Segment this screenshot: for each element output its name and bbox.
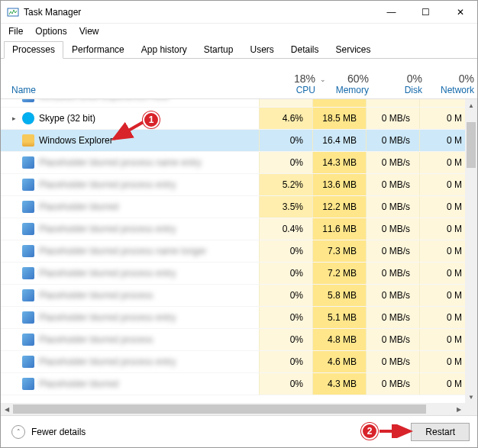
cell-cpu: 0%	[259, 99, 312, 107]
table-row[interactable]: Windows Explorer0%16.4 MB0 MB/s0 M	[1, 130, 465, 152]
fewer-details-toggle-icon[interactable]: ˄	[11, 425, 25, 439]
scroll-thumb-h[interactable]	[13, 404, 426, 414]
process-name-cell[interactable]: Windows Shell Experience Host	[1, 99, 259, 102]
process-name-cell[interactable]: Placeholder blurred	[1, 378, 259, 390]
process-icon	[22, 179, 34, 191]
table-row[interactable]: Placeholder blurred process entry5.2%13.…	[1, 174, 465, 196]
tab-app-history[interactable]: App history	[133, 41, 195, 59]
table-row[interactable]: Windows Shell Experience Host0%29.0 MB0 …	[1, 99, 465, 108]
table-row[interactable]: Placeholder blurred process name longer0…	[1, 240, 465, 263]
column-memory[interactable]: ⌄ 60% Memory	[325, 73, 378, 95]
process-icon	[22, 156, 34, 169]
column-name[interactable]: Name	[1, 85, 271, 95]
table-row[interactable]: Placeholder blurred process entry0%7.2 M…	[1, 263, 465, 285]
column-disk[interactable]: 0% Disk	[378, 73, 431, 95]
process-name-cell[interactable]: Placeholder blurred	[1, 201, 259, 213]
process-list: Windows Shell Experience Host0%29.0 MB0 …	[1, 99, 477, 415]
process-name-cell[interactable]: Placeholder blurred process name entry	[1, 156, 259, 169]
cell-cpu: 0%	[259, 263, 312, 284]
process-icon	[22, 311, 34, 324]
cell-disk: 0 MB/s	[366, 240, 419, 262]
process-name-cell[interactable]: Placeholder blurred process entry	[1, 267, 259, 279]
process-name-cell[interactable]: Placeholder blurred process name longer	[1, 245, 259, 257]
tab-performance[interactable]: Performance	[63, 41, 133, 59]
cell-cpu: 5.2%	[259, 174, 312, 195]
cell-disk: 0 MB/s	[366, 152, 419, 173]
sort-indicator-icon: ⌄	[320, 76, 326, 83]
cell-cpu: 4.6%	[259, 108, 312, 129]
vertical-scrollbar[interactable]: ▲ ▼	[465, 99, 477, 403]
maximize-button[interactable]: ☐	[409, 1, 443, 23]
process-name: Placeholder blurred process entry	[39, 356, 176, 367]
minimize-button[interactable]: —	[374, 1, 409, 23]
svg-line-1	[114, 121, 146, 139]
cell-mem: 7.2 MB	[312, 263, 366, 284]
tab-services[interactable]: Services	[328, 41, 379, 59]
process-name-cell[interactable]: Placeholder blurred process	[1, 289, 259, 301]
cell-mem: 11.6 MB	[312, 218, 366, 240]
table-row[interactable]: Placeholder blurred0%4.3 MB0 MB/s0 M	[1, 373, 465, 395]
table-row[interactable]: Placeholder blurred process0%5.8 MB0 MB/…	[1, 285, 465, 307]
table-row[interactable]: ▸Skype (32 bit)4.6%18.5 MB0 MB/s0 M	[1, 108, 465, 130]
cell-cpu: 0%	[259, 240, 312, 262]
cell-net: 0 M	[419, 108, 465, 129]
table-row[interactable]: Placeholder blurred process entry0%5.1 M…	[1, 307, 465, 329]
process-icon	[22, 99, 34, 102]
tab-startup[interactable]: Startup	[195, 41, 242, 59]
process-name-cell[interactable]: Placeholder blurred process	[1, 334, 259, 346]
menu-bar: File Options View	[1, 24, 477, 39]
menu-file[interactable]: File	[4, 24, 27, 38]
scroll-right-icon[interactable]: ▶	[453, 403, 465, 415]
cell-net: 0 M	[419, 263, 465, 284]
cell-disk: 0 MB/s	[366, 218, 419, 240]
cell-net: 0 M	[419, 99, 465, 107]
tab-processes[interactable]: Processes	[4, 41, 63, 59]
cell-mem: 29.0 MB	[312, 99, 366, 107]
cell-mem: 5.1 MB	[312, 307, 366, 328]
task-manager-icon	[7, 6, 19, 18]
process-name: Skype (32 bit)	[39, 113, 95, 124]
tab-details[interactable]: Details	[283, 41, 328, 59]
cell-mem: 12.2 MB	[312, 196, 366, 218]
horizontal-scrollbar[interactable]: ◀ ▶	[1, 403, 465, 415]
cell-mem: 4.3 MB	[312, 373, 366, 395]
scroll-track[interactable]	[465, 111, 477, 391]
cell-disk: 0 MB/s	[366, 108, 419, 129]
process-icon	[22, 334, 34, 346]
scroll-thumb[interactable]	[467, 122, 476, 168]
restart-button[interactable]: Restart	[411, 423, 470, 441]
process-icon	[22, 356, 34, 368]
scroll-down-icon[interactable]: ▼	[465, 391, 477, 403]
expand-icon[interactable]: ▸	[10, 114, 18, 122]
cell-disk: 0 MB/s	[366, 196, 419, 218]
menu-view[interactable]: View	[75, 24, 104, 38]
cell-disk: 0 MB/s	[366, 329, 419, 350]
table-row[interactable]: Placeholder blurred process entry0.4%11.…	[1, 218, 465, 240]
table-row[interactable]: Placeholder blurred process entry0%4.6 M…	[1, 351, 465, 373]
cell-mem: 4.6 MB	[312, 351, 366, 372]
column-network[interactable]: 0% Network	[431, 73, 477, 95]
cell-disk: 0 MB/s	[366, 307, 419, 328]
table-row[interactable]: Placeholder blurred3.5%12.2 MB0 MB/s0 M	[1, 196, 465, 218]
scroll-up-icon[interactable]: ▲	[465, 99, 477, 111]
process-name-cell[interactable]: Placeholder blurred process entry	[1, 356, 259, 368]
table-row[interactable]: Placeholder blurred process0%4.8 MB0 MB/…	[1, 329, 465, 351]
process-name-cell[interactable]: Placeholder blurred process entry	[1, 179, 259, 191]
tab-users[interactable]: Users	[241, 41, 282, 59]
cell-cpu: 0%	[259, 351, 312, 372]
process-name-cell[interactable]: Placeholder blurred process entry	[1, 223, 259, 235]
process-name-cell[interactable]: Placeholder blurred process entry	[1, 311, 259, 324]
scroll-left-icon[interactable]: ◀	[1, 403, 13, 415]
menu-options[interactable]: Options	[31, 24, 71, 38]
table-row[interactable]: Placeholder blurred process name entry0%…	[1, 152, 465, 174]
cell-cpu: 0%	[259, 373, 312, 395]
tab-strip: ProcessesPerformanceApp historyStartupUs…	[1, 40, 477, 59]
cell-mem: 5.8 MB	[312, 285, 366, 306]
cell-disk: 0 MB/s	[366, 351, 419, 372]
cell-cpu: 0%	[259, 307, 312, 328]
column-cpu[interactable]: 18% CPU	[271, 73, 325, 95]
process-name: Windows Explorer	[39, 135, 113, 146]
fewer-details-label[interactable]: Fewer details	[31, 427, 86, 437]
scroll-track-h[interactable]	[13, 403, 453, 415]
close-button[interactable]: ✕	[443, 1, 477, 23]
